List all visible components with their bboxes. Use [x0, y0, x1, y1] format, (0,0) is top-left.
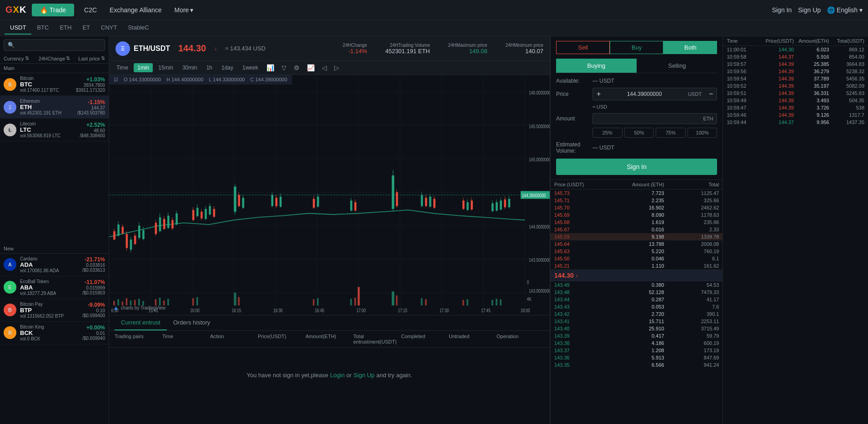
- trade-history-row[interactable]: 10:59:47 144.39 3.726 538: [723, 104, 868, 111]
- trade-history-row[interactable]: 10:59:46 144.39 9.126 1317.7: [723, 111, 868, 119]
- ob-sell-row[interactable]: 145.500.0466.1: [551, 255, 722, 262]
- interval-1min[interactable]: 1min: [134, 63, 153, 72]
- svg-rect-153: [492, 300, 493, 305]
- tab-orders-history[interactable]: Orders history: [167, 315, 217, 330]
- aba-icon: E: [4, 281, 16, 294]
- ob-buy-row[interactable]: 143.440.28741.17: [551, 296, 722, 303]
- ob-buy-row[interactable]: 143.4115.7112253.11: [551, 318, 722, 325]
- exchange-alliance-nav-item[interactable]: Exchange Alliance: [103, 4, 168, 16]
- trade-history-row[interactable]: 10:59:57 144.39 25.385 3664.83: [723, 60, 868, 68]
- trade-history-row[interactable]: 10:59:44 144.37 9.956 1437.35: [723, 119, 868, 126]
- both-tab[interactable]: Both: [663, 41, 717, 54]
- pct-75-btn[interactable]: 75%: [656, 128, 686, 138]
- pct-100-btn[interactable]: 100%: [687, 128, 717, 138]
- trade-history-row[interactable]: 10:59:58 144.37 5.916 854.00: [723, 53, 868, 60]
- svg-text:145.00000000: 145.00000000: [529, 157, 550, 162]
- ada-change: -21.71%: [82, 256, 105, 263]
- buy-tab[interactable]: Buy: [610, 41, 663, 54]
- ob-buy-row[interactable]: 143.384.186600.19: [551, 339, 722, 347]
- trade-history-row[interactable]: 10:59:56 144.39 36.279 5238.32: [723, 68, 868, 75]
- coin-item-eth[interactable]: Ξ Ethereum ETH vol.452301.191 ETH -1.15%…: [0, 96, 109, 119]
- login-link[interactable]: Login: [330, 372, 345, 379]
- price-decrease-btn[interactable]: +: [593, 88, 604, 100]
- interval-1day[interactable]: 1day: [218, 63, 237, 72]
- tab-usdt[interactable]: USDT: [5, 21, 31, 35]
- ob-buy-row[interactable]: 143.430.0537.6: [551, 303, 722, 310]
- more-nav-item[interactable]: More ▾: [168, 4, 200, 16]
- ob-sell-row[interactable]: 145.635.220760.19: [551, 248, 722, 255]
- chart-type-line[interactable]: ▽: [279, 63, 289, 73]
- sign-up-link[interactable]: Sign Up: [798, 6, 821, 14]
- ob-sell-row[interactable]: 145.211.110161.62: [551, 262, 722, 269]
- sell-tab[interactable]: Sell: [556, 41, 610, 54]
- signup-link[interactable]: Sign Up: [353, 372, 374, 379]
- coin-item-bck[interactable]: B Bitcoin King BCK vol.0 BCK +0.00% 0.01…: [0, 322, 109, 344]
- trade-history-row[interactable]: 10:59:54 144.39 37.789 5456.35: [723, 75, 868, 82]
- svg-rect-137: [167, 299, 169, 305]
- sign-in-button[interactable]: Sign In: [556, 159, 717, 175]
- ob-buy-row[interactable]: 143.422.720390.1: [551, 310, 722, 318]
- ob-buy-row[interactable]: 143.390.41759.79: [551, 332, 722, 339]
- ob-sell-row[interactable]: 145.7016.9022462.62: [551, 204, 722, 211]
- tab-btc[interactable]: BTC: [31, 21, 54, 35]
- sign-in-link[interactable]: Sign In: [772, 6, 792, 14]
- interval-1week[interactable]: 1week: [239, 63, 262, 72]
- time-label-btn[interactable]: Time: [113, 63, 132, 72]
- ltc-icon: Ł: [4, 124, 16, 136]
- ob-sell-row[interactable]: 145.681.619235.86: [551, 219, 722, 226]
- ob-sell-row[interactable]: 145.599.1981339.78: [551, 233, 722, 240]
- tab-eth[interactable]: ETH: [54, 21, 77, 35]
- trade-history-row[interactable]: 10:59:49 144.39 3.493 504.35: [723, 97, 868, 104]
- coin-item-aba[interactable]: E EcoBall Token ABA vol.18277.29 ABA -11…: [0, 276, 109, 299]
- trade-history-row[interactable]: 10:59:51 144.39 36.331 5245.83: [723, 90, 868, 97]
- pct-50-btn[interactable]: 50%: [624, 128, 654, 138]
- usd-approx-row: ≈ USD: [556, 104, 717, 110]
- price-input[interactable]: [604, 89, 684, 99]
- selling-tab[interactable]: Selling: [637, 59, 717, 73]
- amount-input[interactable]: [593, 114, 699, 124]
- price-increase-btn[interactable]: −: [705, 88, 717, 100]
- buying-tab[interactable]: Buying: [556, 59, 637, 73]
- ob-sell-row[interactable]: 145.698.0901178.63: [551, 211, 722, 219]
- coin-item-ada[interactable]: A Cardano ADA vol.170081.86 ADA -21.71% …: [0, 254, 109, 276]
- ob-sell-row[interactable]: 145.6413.7882008.08: [551, 240, 722, 248]
- ob-sell-row[interactable]: 145.670.0162.33: [551, 226, 722, 233]
- trade-history-row[interactable]: 11:00:01 144.30 6.023 869.12: [723, 46, 868, 53]
- chart-nav-prev[interactable]: ◁: [319, 63, 330, 73]
- coin-item-btc[interactable]: B Bitcoin BTC vol.17400.117 BTC +1.03% 3…: [0, 73, 109, 96]
- chart-indicators[interactable]: 📈: [304, 63, 317, 73]
- trade-nav-item[interactable]: 🔥 Trade: [32, 4, 74, 16]
- interval-30min[interactable]: 30min: [179, 63, 201, 72]
- tab-current-entrust[interactable]: Current entrust: [115, 315, 167, 330]
- tab-et[interactable]: ET: [77, 21, 95, 35]
- search-input[interactable]: [4, 39, 105, 51]
- c2c-nav-item[interactable]: C2C: [78, 4, 103, 16]
- chart-type-candlestick[interactable]: 📊: [264, 63, 277, 73]
- right-outer: Sell Buy Both Buying Selling Available: …: [550, 36, 868, 424]
- ob-sell-row[interactable]: 145.712.235325.66: [551, 197, 722, 204]
- coin-item-btp[interactable]: B Bitcoin Pay BTP vol.1315662.052 BTP -9…: [0, 299, 109, 322]
- ob-buy-row[interactable]: 143.365.913847.69: [551, 354, 722, 361]
- col-currency-header[interactable]: Currency ⇅: [4, 55, 37, 61]
- trade-history-row[interactable]: 10:59:52 144.39 35.197 5082.09: [723, 82, 868, 90]
- ob-buy-row[interactable]: 143.490.38054.53: [551, 281, 722, 289]
- coin-item-ltc[interactable]: Ł Litecoin LTC vol.563068.819 LTC +2.52%…: [0, 119, 109, 141]
- ob-buy-row[interactable]: 143.371.208173.19: [551, 347, 722, 354]
- interval-15min[interactable]: 15min: [155, 63, 177, 72]
- ob-buy-row[interactable]: 143.4025.9103715.49: [551, 325, 722, 332]
- amount-row: Amount ETH: [556, 113, 717, 124]
- col-change-header[interactable]: 24HChange ⇅: [37, 55, 71, 61]
- chart-settings[interactable]: ⚙: [291, 63, 302, 73]
- interval-1h[interactable]: 1h: [203, 63, 216, 72]
- tab-stablec[interactable]: StableC: [122, 21, 154, 35]
- ob-buy-row[interactable]: 143.356.566941.24: [551, 361, 722, 369]
- tab-cnyt[interactable]: CNYT: [95, 21, 122, 35]
- ob-sell-row[interactable]: 145.737.7231125.47: [551, 190, 722, 197]
- col-price-header[interactable]: Last price ⇅: [71, 55, 105, 61]
- language-selector[interactable]: 🌐 English ▾: [827, 6, 863, 14]
- or-text: or: [346, 372, 352, 379]
- pct-25-btn[interactable]: 25%: [592, 128, 622, 138]
- chart-nav-next[interactable]: ▷: [331, 63, 342, 73]
- btp-fullname: Bitcoin Pay: [20, 302, 82, 307]
- ob-buy-row[interactable]: 143.4852.1287479.33: [551, 289, 722, 296]
